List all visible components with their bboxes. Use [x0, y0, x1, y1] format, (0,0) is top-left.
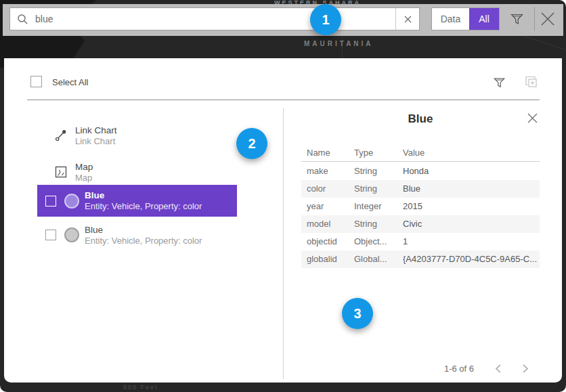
table-row: make String Honda: [301, 162, 540, 180]
attr-type: String: [354, 180, 403, 198]
attr-type: Object...: [354, 233, 403, 251]
callout-badge-2: 2: [236, 128, 267, 159]
app-window: WESTERN SAHARA MAURITANIA 500 Feet Data …: [0, 0, 566, 392]
result-title: Map: [75, 162, 93, 173]
attr-type: Integer: [354, 198, 403, 215]
result-item-link-chart[interactable]: Link Chart Link Chart: [37, 121, 237, 150]
attribute-table: make String Honda color String Blue year…: [301, 162, 540, 268]
attr-type: Global...: [354, 251, 403, 268]
map-scale-text: 500 Feet: [123, 384, 158, 391]
list-detail-divider: [283, 108, 284, 379]
attr-value: 2015: [403, 198, 540, 215]
chevron-right-icon[interactable]: [522, 364, 529, 374]
search-icon: [10, 14, 35, 25]
search-scope-toggle: Data All: [431, 7, 500, 30]
result-subtitle: Entity: Vehicle, Property: color: [85, 236, 202, 246]
attr-value: Civic: [403, 215, 540, 233]
detail-title: Blue: [301, 112, 540, 126]
result-title: Blue: [85, 190, 202, 201]
result-subtitle: Entity: Vehicle, Property: color: [85, 201, 202, 211]
attr-value: {A4203777-D70D-4C5C-9A65-C...: [403, 251, 540, 268]
result-subtitle: Link Chart: [75, 136, 117, 146]
search-box[interactable]: [9, 7, 420, 30]
select-all-label: Select All: [52, 77, 88, 87]
map-icon: [53, 166, 68, 178]
attr-name: objectid: [307, 233, 354, 251]
result-item-blue-selected[interactable]: Blue Entity: Vehicle, Property: color: [37, 185, 237, 217]
add-to-selection-icon[interactable]: [524, 75, 538, 89]
link-chart-icon: [53, 129, 68, 142]
result-item-map[interactable]: Map Map: [37, 157, 237, 187]
table-row: year Integer 2015: [301, 198, 540, 215]
search-input[interactable]: [35, 14, 395, 24]
table-row: color String Blue: [301, 180, 540, 198]
result-title: Link Chart: [75, 125, 117, 136]
column-header-type: Type: [354, 148, 403, 161]
table-row: globalid Global... {A4203777-D70D-4C5C-9…: [301, 251, 540, 268]
attr-name: color: [307, 180, 354, 198]
attr-name: model: [307, 215, 354, 233]
callout-badge-3: 3: [342, 298, 373, 329]
entity-circle-icon: [64, 194, 79, 209]
attr-type: String: [354, 162, 403, 180]
attr-value: Blue: [403, 180, 540, 198]
result-checkbox[interactable]: [45, 196, 56, 206]
attr-value: Honda: [403, 162, 540, 180]
pagination-range-label: 1-6 of 6: [406, 364, 474, 374]
result-subtitle: Map: [75, 173, 93, 183]
toolbar-divider: [534, 7, 535, 31]
attr-name: make: [307, 162, 354, 180]
scope-data-button[interactable]: Data: [432, 8, 469, 30]
table-row: model String Civic: [301, 215, 540, 233]
result-checkbox[interactable]: [45, 230, 56, 240]
attribute-table-header: Name Type Value: [301, 148, 540, 162]
select-all-checkbox[interactable]: [30, 76, 42, 87]
panel-header-divider: [27, 100, 540, 100]
result-title: Blue: [85, 225, 202, 236]
detail-close-icon[interactable]: [527, 112, 538, 124]
chevron-left-icon[interactable]: [495, 364, 502, 374]
map-label-mauritania: MAURITANIA: [304, 40, 374, 47]
attr-type: String: [354, 215, 403, 233]
result-item-blue[interactable]: Blue Entity: Vehicle, Property: color: [37, 220, 237, 250]
filter-icon[interactable]: [509, 11, 525, 26]
column-header-name: Name: [307, 148, 354, 161]
callout-badge-1: 1: [310, 4, 341, 35]
scope-all-button[interactable]: All: [469, 8, 499, 30]
attr-name: year: [307, 198, 354, 215]
close-search-icon[interactable]: [539, 10, 557, 28]
attr-value: 1: [403, 233, 540, 251]
clear-search-button[interactable]: [395, 8, 419, 30]
column-header-value: Value: [403, 148, 540, 161]
entity-circle-icon: [64, 227, 79, 242]
search-results-panel: Select All Link Chart Link Chart Map: [4, 58, 562, 383]
attr-name: globalid: [307, 251, 354, 268]
table-row: objectid Object... 1: [301, 233, 540, 251]
results-filter-icon[interactable]: [492, 75, 506, 89]
